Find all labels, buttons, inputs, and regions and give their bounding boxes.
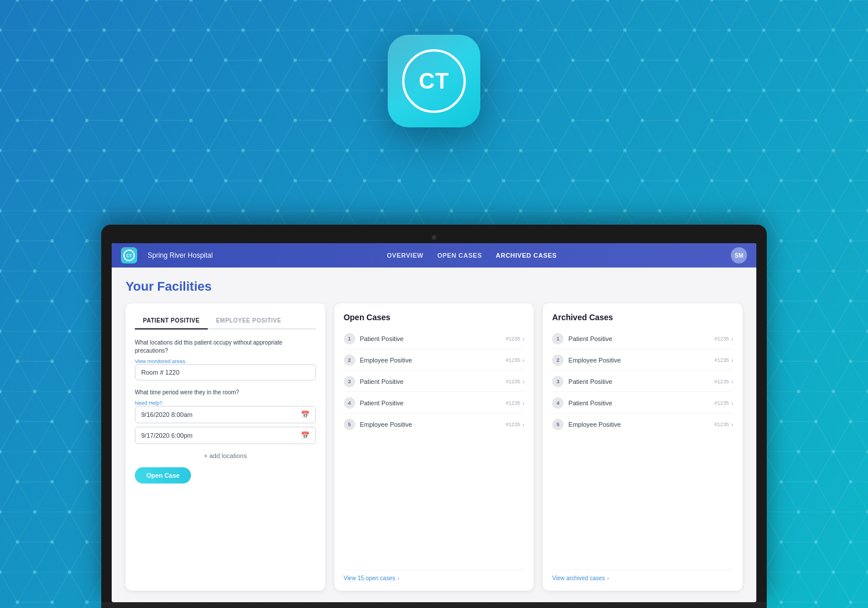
open-case-1[interactable]: 1 Patient Positive #1235 › [344,329,525,349]
view-open-cases-label: View 15 open cases [344,575,395,581]
case-badge-4: 4 [344,397,355,409]
open-case-1-name: Patient Positive [360,335,506,342]
archived-case-4-id: #1235 [715,400,729,406]
case-badge-1: 1 [344,333,355,345]
start-time-value: 9/16/2020 8:00am [141,411,193,418]
open-case-5-id: #1235 [506,422,520,427]
open-case-4[interactable]: 4 Patient Positive #1235 › [344,393,525,413]
open-case-4-chevron: › [523,400,524,406]
time-label: What time period were they in the room? [135,389,316,397]
need-help-link[interactable]: Need Help? [135,400,316,406]
archived-cases-title: Archived Cases [552,313,733,322]
open-cases-panel: Open Cases 1 Patient Positive #1235 › 2 … [334,303,534,591]
view-open-cases-chevron: › [398,576,399,581]
open-case-2-id: #1235 [506,357,520,363]
archived-case-2-chevron: › [731,357,733,364]
start-time-input[interactable]: 9/16/2020 8:00am 📅 [135,406,316,423]
open-case-3-name: Patient Positive [360,378,506,385]
open-case-3-id: #1235 [506,379,520,384]
tab-patient-positive[interactable]: PATIENT POSITIVE [135,313,208,329]
archived-case-5-chevron: › [731,422,733,428]
open-case-2-chevron: › [523,357,524,364]
open-case-4-id: #1235 [506,400,520,406]
open-case-2[interactable]: 2 Employee Positive #1235 › [344,350,525,371]
archived-badge-2: 2 [552,354,564,366]
app-icon-wrapper: CT [388,35,480,127]
open-case-3[interactable]: 3 Patient Positive #1235 › [344,372,525,392]
view-open-cases-link[interactable]: View 15 open cases › [344,575,525,581]
location-input[interactable]: Room # 1220 [135,364,316,380]
archived-case-1-name: Patient Positive [568,335,714,342]
open-case-button[interactable]: Open Case [135,467,191,484]
navbar-logo: CT [121,247,137,263]
open-case-1-chevron: › [523,336,524,342]
location-value: Room # 1220 [141,369,179,376]
archived-case-3-chevron: › [731,379,733,385]
archived-case-2-id: #1235 [715,357,729,363]
archived-badge-4: 4 [552,397,564,409]
open-case-5[interactable]: 5 Employee Positive #1235 › [344,415,525,434]
add-locations[interactable]: + add locations [135,452,316,459]
page-content: Your Facilities PATIENT POSITIVE EMPLOYE… [112,268,756,602]
app-icon: CT [388,35,480,127]
archived-badge-1: 1 [552,333,564,345]
case-badge-3: 3 [344,376,355,387]
view-archived-cases-chevron: › [607,576,609,581]
page-title: Your Facilities [126,279,742,294]
nav-archived-cases[interactable]: ARCHIVED CASES [496,252,557,259]
archived-case-5-id: #1235 [715,422,729,427]
app-icon-inner: CT [402,49,466,113]
tabs: PATIENT POSITIVE EMPLOYEE POSITIVE [135,313,316,329]
tab-employee-positive[interactable]: EMPLOYEE POSITIVE [208,313,289,329]
navbar-logo-inner: CT [123,250,135,261]
end-calendar-icon: 📅 [301,431,310,439]
end-time-input[interactable]: 9/17/2020 6:00pm 📅 [135,427,316,444]
navbar: CT Spring River Hospital OVERVIEW OPEN C… [112,243,756,268]
nav-open-cases[interactable]: OPEN CASES [437,252,482,259]
view-monitored-link[interactable]: View monitored areas. [135,358,316,364]
time-inputs: 9/16/2020 8:00am 📅 9/17/2020 6:00pm 📅 [135,406,316,444]
navbar-facility: Spring River Hospital [148,251,213,259]
open-case-1-id: #1235 [506,336,520,342]
archived-case-2-name: Employee Positive [568,357,714,364]
archived-case-4-chevron: › [731,400,733,406]
archived-case-3[interactable]: 3 Patient Positive #1235 › [552,372,733,392]
archived-case-3-id: #1235 [715,379,729,384]
archived-case-1[interactable]: 1 Patient Positive #1235 › [552,329,733,349]
open-case-5-name: Employee Positive [360,421,506,428]
open-cases-title: Open Cases [344,313,525,322]
navbar-nav: OVERVIEW OPEN CASES ARCHIVED CASES [387,252,557,259]
archived-cases-footer: View archived cases › [552,570,733,581]
archived-badge-5: 5 [552,419,564,430]
navbar-avatar[interactable]: SM [731,247,747,263]
archived-case-4[interactable]: 4 Patient Positive #1235 › [552,393,733,413]
archived-case-3-name: Patient Positive [568,378,714,385]
archived-case-1-id: #1235 [715,336,729,342]
case-badge-2: 2 [344,354,355,366]
app-icon-text: CT [419,69,450,94]
archived-case-1-chevron: › [731,336,733,342]
form-panel: PATIENT POSITIVE EMPLOYEE POSITIVE What … [126,303,325,591]
archived-case-5[interactable]: 5 Employee Positive #1235 › [552,415,733,434]
open-case-3-chevron: › [523,379,524,385]
open-case-2-name: Employee Positive [360,357,506,364]
open-cases-list: 1 Patient Positive #1235 › 2 Employee Po… [344,329,525,564]
nav-overview[interactable]: OVERVIEW [387,252,424,259]
archived-badge-3: 3 [552,376,564,387]
laptop-bezel: CT Spring River Hospital OVERVIEW OPEN C… [101,225,767,602]
archived-case-4-name: Patient Positive [568,400,714,406]
case-badge-5: 5 [344,419,355,430]
laptop-base [101,602,767,608]
location-form-group: What locations did this patient occupy w… [135,339,316,380]
open-case-5-chevron: › [523,422,524,428]
view-archived-cases-label: View archived cases [552,575,605,581]
open-case-4-name: Patient Positive [360,400,506,406]
archived-cases-list: 1 Patient Positive #1235 › 2 Employee Po… [552,329,733,564]
main-grid: PATIENT POSITIVE EMPLOYEE POSITIVE What … [126,303,742,591]
location-label: What locations did this patient occupy w… [135,339,316,355]
navbar-logo-text: CT [126,254,131,258]
end-time-value: 9/17/2020 6:00pm [141,432,193,439]
laptop-shell: CT Spring River Hospital OVERVIEW OPEN C… [101,225,767,608]
archived-case-2[interactable]: 2 Employee Positive #1235 › [552,350,733,371]
view-archived-cases-link[interactable]: View archived cases › [552,575,733,581]
